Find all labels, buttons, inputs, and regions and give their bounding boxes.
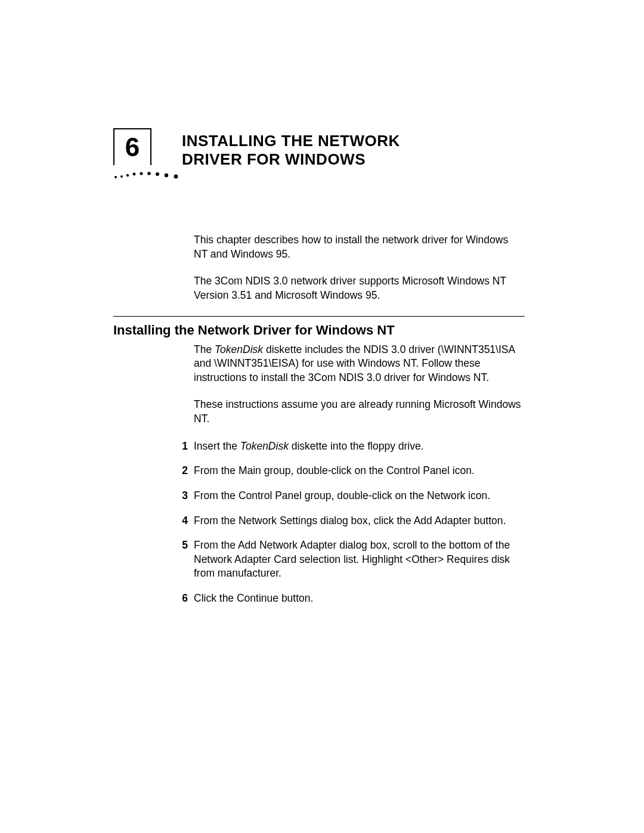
section-body: The TokenDisk diskette includes the NDIS… — [194, 343, 525, 606]
intro-paragraph-2: The 3Com NDIS 3.0 network driver support… — [194, 274, 525, 302]
step-number: 6 — [172, 592, 188, 606]
section-heading: Installing the Network Driver for Window… — [113, 323, 543, 338]
list-item: 3 From the Control Panel group, double-c… — [194, 489, 525, 503]
chapter-header: 6 Installing the Network Driver for Wind — [113, 128, 543, 179]
intro-paragraph-1: This chapter describes how to install th… — [194, 233, 525, 261]
steps-list: 1 Insert the TokenDisk diskette into the… — [194, 439, 525, 606]
svg-point-0 — [114, 176, 117, 178]
step-number: 1 — [172, 439, 188, 454]
svg-point-5 — [147, 172, 151, 175]
list-item: 5 From the Add Network Adapter dialog bo… — [194, 538, 525, 581]
chapter-title-line2: Driver for Windows — [182, 150, 400, 169]
italic-text: TokenDisk — [240, 440, 289, 452]
chapter-number-box: 6 — [113, 128, 182, 179]
step-text: From the Network Settings dialog box, cl… — [194, 514, 525, 528]
chapter-number: 6 — [125, 134, 140, 160]
section-paragraph-1: The TokenDisk diskette includes the NDIS… — [194, 343, 525, 385]
svg-point-8 — [174, 175, 178, 179]
list-item: 1 Insert the TokenDisk diskette into the… — [194, 439, 525, 454]
step-text: From the Add Network Adapter dialog box,… — [194, 538, 525, 581]
dots-decoration-icon — [113, 169, 182, 179]
svg-point-3 — [133, 173, 136, 176]
step-text: From the Main group, double-click on the… — [194, 464, 525, 478]
svg-point-6 — [156, 172, 159, 176]
chapter-title-line1: Installing the Network — [182, 132, 400, 150]
svg-point-7 — [165, 174, 168, 177]
step-text: Click the Continue button. — [194, 592, 525, 606]
step-text: Insert the TokenDisk diskette into the f… — [194, 439, 525, 454]
svg-point-1 — [120, 175, 123, 178]
step-number: 2 — [172, 464, 188, 478]
italic-text: TokenDisk — [215, 343, 263, 355]
section-divider — [113, 316, 525, 317]
list-item: 4 From the Network Settings dialog box, … — [194, 514, 525, 528]
text-fragment: The — [194, 343, 215, 355]
svg-point-2 — [126, 174, 129, 176]
page: 6 Installing the Network Driver for Wind — [0, 0, 644, 606]
chapter-number-frame: 6 — [113, 128, 151, 165]
intro-block: This chapter describes how to install th… — [194, 233, 525, 303]
step-text: From the Control Panel group, double-cli… — [194, 489, 525, 503]
section-paragraph-2: These instructions assume you are alread… — [194, 398, 525, 426]
chapter-title: Installing the Network Driver for Window… — [182, 128, 400, 169]
text-fragment: diskette into the floppy drive. — [289, 440, 424, 452]
step-number: 4 — [172, 514, 188, 528]
section-block: Installing the Network Driver for Window… — [113, 323, 543, 606]
svg-point-4 — [140, 172, 143, 175]
list-item: 6 Click the Continue button. — [194, 592, 525, 606]
text-fragment: Insert the — [194, 440, 240, 452]
list-item: 2 From the Main group, double-click on t… — [194, 464, 525, 478]
step-number: 3 — [172, 489, 188, 503]
step-number: 5 — [172, 538, 188, 581]
